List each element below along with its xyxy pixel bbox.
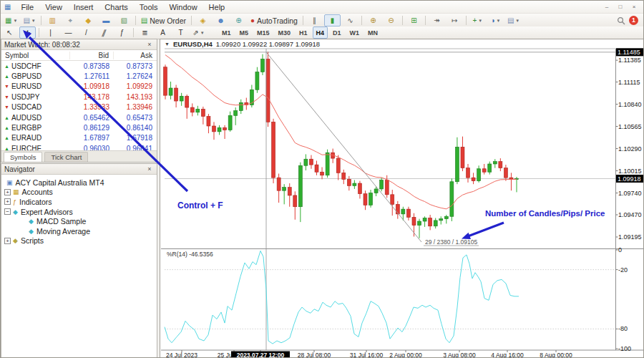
navigator-item-macd-sample[interactable]: ◆MACD Sample [4, 216, 157, 226]
text-tool-button[interactable]: A [155, 26, 171, 39]
menu-window[interactable]: Window [163, 2, 203, 12]
horizontal-levels-tool-button[interactable]: ≣ [137, 26, 153, 39]
menu-file[interactable]: File [15, 2, 39, 12]
restore-button[interactable]: □ [615, 3, 626, 11]
candle-body [260, 59, 264, 72]
auto-scroll-button[interactable]: ↠ [429, 14, 445, 26]
periods-list-icon: ◑ [490, 17, 494, 24]
metaeditor-button[interactable]: ◈ [195, 14, 211, 26]
trendline-tool-button[interactable]: / [78, 26, 94, 39]
close-button[interactable]: × [628, 3, 640, 11]
menu-view[interactable]: View [39, 2, 68, 12]
line-chart-mode-button[interactable]: ∿ [342, 14, 358, 26]
horizontal-line-tool-button[interactable]: — [60, 26, 77, 39]
timeframe-m30[interactable]: M30 [275, 26, 295, 39]
timeframe-m1[interactable]: M1 [218, 26, 235, 39]
chart-title: ▼ EURUSD,H4 1.09920 1.09922 1.09897 1.09… [165, 40, 320, 48]
new-order-button[interactable]: ▤New Order [139, 14, 188, 26]
bid-price-label: 1.09918 [618, 175, 641, 183]
candlestick-mode-button[interactable]: ▮ [324, 14, 341, 26]
mql5-website-button[interactable]: ⊕ [230, 14, 247, 26]
equidistant-channel-tool-button[interactable]: ∥ [96, 26, 112, 39]
cursor-tool-button[interactable]: ↖ [1, 26, 18, 39]
chart-shift-button[interactable]: ↦ [447, 14, 463, 26]
navigator-item-indicators[interactable]: +ƒIndicators [4, 197, 157, 207]
timeframe-m5[interactable]: M5 [236, 26, 253, 39]
text-label-tool-button[interactable]: T [172, 26, 189, 39]
zoom-out-button[interactable]: ⊖ [383, 14, 399, 26]
tab-symbols[interactable]: Symbols [4, 152, 42, 162]
market-watch-row[interactable]: ▼USDCAD1.339331.33946 [1, 102, 157, 112]
new-chart-button[interactable]: ▦▼ [3, 14, 19, 26]
data-window-toggle-button[interactable]: ⌖ [62, 14, 79, 26]
tile-windows-button[interactable]: ⊞ [406, 14, 422, 26]
market-watch-row[interactable]: ▲AUDUSD0.654620.65473 [1, 112, 157, 122]
collapse-icon[interactable]: − [4, 208, 11, 215]
expand-icon[interactable]: + [4, 189, 11, 195]
indicators-list-button[interactable]: +▼ [469, 14, 486, 26]
timeframe-m15[interactable]: M15 [253, 26, 273, 39]
navigator-item-scripts[interactable]: +◆Scripts [4, 236, 157, 246]
new-order-label: New Order [150, 16, 186, 25]
timeframe-h4[interactable]: H4 [313, 26, 328, 39]
navigator-item-expert-advisors[interactable]: −◆Expert Advisors [4, 207, 157, 217]
tab-tick-chart[interactable]: Tick Chart [44, 152, 88, 162]
navigator-toggle-button[interactable]: ◆ [80, 14, 97, 26]
market-watch-panel: Market Watch: 08:08:32 × Symbol Bid Ask … [1, 39, 157, 163]
market-watch-row[interactable]: ▲EURAUD1.678971.67918 [1, 133, 157, 143]
candle-body [418, 221, 421, 226]
expand-icon[interactable]: + [4, 238, 11, 244]
wpr-tick-label: -100 [618, 345, 631, 352]
minimize-button[interactable]: – [601, 3, 613, 11]
crosshair-tool-button[interactable]: + [19, 26, 36, 39]
search-icon[interactable] [617, 16, 625, 25]
notification-badge[interactable]: 1 [629, 16, 638, 25]
market-watch-row[interactable]: ▲EURGBP0.861290.86140 [1, 122, 157, 132]
menu-tools[interactable]: Tools [134, 2, 164, 12]
navigator-item-moving-average[interactable]: ◆Moving Average [4, 226, 157, 236]
timeframe-d1[interactable]: D1 [329, 26, 345, 39]
terminal-toggle-button[interactable]: ▬ [98, 14, 114, 26]
accounts-icon: ▦ [13, 188, 19, 195]
timeframe-w1[interactable]: W1 [346, 26, 364, 39]
navigator-item-accounts[interactable]: +▦Accounts [4, 188, 157, 198]
navigator-item-label: ACY Capital Australia MT4 [16, 178, 104, 187]
market-watch-row[interactable]: ▲GBPUSD1.276111.27624 [1, 71, 157, 81]
candle-body [347, 179, 351, 185]
community-button[interactable]: ☻ [213, 14, 229, 26]
main-toolbar: ▦▼▤▼▥⌖◆▬▧▤New Order◈☻⊕●AutoTrading∥▮∿⊕⊖⊞… [1, 13, 643, 28]
market-watch-toggle-button[interactable]: ▥ [44, 14, 61, 26]
timeframe-h1[interactable]: H1 [296, 26, 311, 39]
timeframe-mn[interactable]: MN [364, 26, 381, 39]
chart-profiles-button[interactable]: ▤▼ [21, 14, 37, 26]
fibonacci-retracement-tool-button[interactable]: ƒ [114, 26, 130, 39]
templates-list-icon: ▤ [507, 17, 514, 24]
menu-charts[interactable]: Charts [99, 2, 133, 12]
arrows-tool-button[interactable]: ⇗▼ [190, 26, 207, 39]
expand-icon[interactable]: + [4, 198, 11, 205]
navigator-item-label: Expert Advisors [21, 208, 73, 216]
bar-chart-mode-button[interactable]: ∥ [306, 14, 323, 26]
zoom-in-button[interactable]: ⊕ [365, 14, 381, 26]
zoom-in-icon: ⊕ [370, 17, 376, 24]
market-watch-row[interactable]: ▼USDJPY143.178143.193 [1, 92, 157, 102]
market-watch-row[interactable]: ▼EURUSD1.099181.09929 [1, 82, 157, 92]
collapse-icon[interactable]: ▼ [165, 42, 170, 47]
wpr-tick-label: 0 [618, 246, 622, 253]
menu-help[interactable]: Help [203, 2, 231, 12]
templates-list-button[interactable]: ▤▼ [505, 14, 522, 26]
menu-insert[interactable]: Insert [68, 2, 99, 12]
chart-area[interactable]: 29 / 2380 / 1.091051.113851.111151.10840… [160, 39, 644, 358]
vertical-line-tool-button[interactable]: | [42, 26, 59, 39]
toolbar-separator [402, 16, 403, 25]
strategy-tester-toggle-button[interactable]: ▧ [116, 14, 132, 26]
market-watch-tabs: SymbolsTick Chart [1, 150, 157, 162]
close-icon[interactable]: × [145, 165, 154, 173]
close-icon[interactable]: × [145, 41, 154, 48]
mql5-website-icon: ⊕ [235, 17, 241, 24]
market-watch-row[interactable]: ▲USDCHF0.873580.87373 [1, 61, 157, 71]
autotrading-button[interactable]: ●AutoTrading [248, 14, 300, 26]
navigator-item-acy-capital-australia-mt4[interactable]: ▣ACY Capital Australia MT4 [4, 178, 157, 188]
periods-list-button[interactable]: ◑▼ [487, 14, 504, 26]
candle-body [439, 219, 443, 221]
